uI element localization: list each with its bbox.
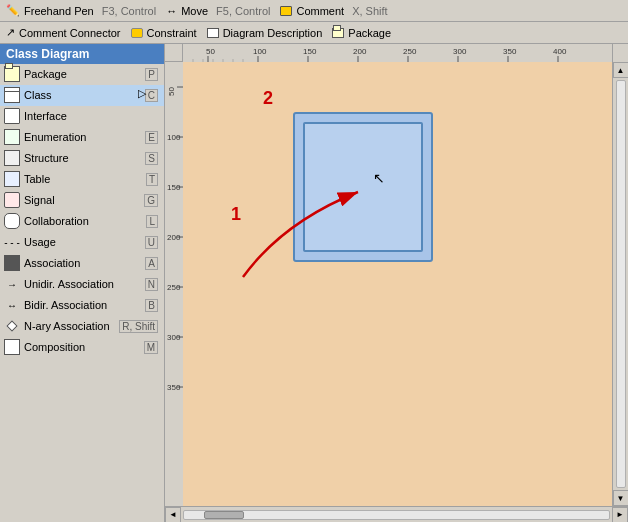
table-icon <box>4 171 20 187</box>
comp-icon <box>4 339 20 355</box>
freehand-label: Freehand Pen <box>24 5 94 17</box>
comment-tool[interactable]: Comment X, Shift <box>276 4 391 18</box>
bidir-label: Bidir. Association <box>24 299 145 311</box>
svg-text:50: 50 <box>167 87 176 96</box>
diagram-desc-label: Diagram Description <box>223 27 323 39</box>
sidebar-item-package[interactable]: Package P <box>0 64 164 85</box>
sidebar-item-unidir[interactable]: → Unidir. Association N <box>0 274 164 295</box>
scroll-left-button[interactable]: ◄ <box>165 507 181 523</box>
assoc-icon <box>4 255 20 271</box>
sidebar-item-class[interactable]: Class C ▷ <box>0 85 164 106</box>
constraint-icon <box>131 28 143 38</box>
sidebar-item-table[interactable]: Table T <box>0 169 164 190</box>
usage-icon: - - - <box>4 234 20 250</box>
main-area: Class Diagram Package P Class C ▷ Interf… <box>0 44 628 522</box>
comp-label: Composition <box>24 341 144 353</box>
top-toolbar: ✏️ Freehand Pen F3, Control ↔ Move F5, C… <box>0 0 628 22</box>
svg-text:200: 200 <box>167 233 181 242</box>
sidebar-item-bidir[interactable]: ↔ Bidir. Association B <box>0 295 164 316</box>
scroll-right-button[interactable]: ► <box>612 507 628 523</box>
svg-text:250: 250 <box>403 47 417 56</box>
constraint-label: Constraint <box>147 27 197 39</box>
freehand-icon: ✏️ <box>6 4 20 17</box>
struct-shortcut: S <box>145 152 158 165</box>
scroll-up-button[interactable]: ▲ <box>613 62 629 78</box>
horizontal-scrollbar: ◄ ► <box>165 506 628 522</box>
interface-label: Interface <box>24 110 160 122</box>
scroll-thumb[interactable] <box>204 511 244 519</box>
constraint-tool[interactable]: Constraint <box>127 26 201 40</box>
sidebar-item-collaboration[interactable]: Collaboration L <box>0 211 164 232</box>
move-icon: ↔ <box>166 5 177 17</box>
freehand-tool[interactable]: ✏️ Freehand Pen F3, Control <box>2 3 160 18</box>
sidebar-item-composition[interactable]: Composition M <box>0 337 164 358</box>
svg-text:100: 100 <box>253 47 267 56</box>
comment-label: Comment <box>296 5 344 17</box>
move-tool[interactable]: ↔ Move F5, Control <box>162 4 274 18</box>
signal-label: Signal <box>24 194 144 206</box>
package-icon <box>4 66 20 82</box>
unidir-label: Unidir. Association <box>24 278 145 290</box>
ruler-v-svg: 50 100 150 200 250 300 350 <box>165 62 183 506</box>
svg-text:250: 250 <box>167 283 181 292</box>
svg-rect-0 <box>183 44 612 62</box>
left-panel: Class Diagram Package P Class C ▷ Interf… <box>0 44 165 522</box>
sidebar-item-interface[interactable]: Interface <box>0 106 164 127</box>
collab-label: Collaboration <box>24 215 146 227</box>
sidebar-item-association[interactable]: Association A <box>0 253 164 274</box>
sidebar-item-nary[interactable]: N-ary Association R, Shift <box>0 316 164 337</box>
package-label: Package <box>24 68 145 80</box>
sidebar-item-usage[interactable]: - - - Usage U <box>0 232 164 253</box>
scroll-down-button[interactable]: ▼ <box>613 490 629 506</box>
sidebar-item-enumeration[interactable]: Enumeration E <box>0 127 164 148</box>
main-canvas[interactable]: 2 1 ↖ <box>183 62 612 506</box>
ruler-corner <box>165 44 183 62</box>
comp-shortcut: M <box>144 341 158 354</box>
ruler-h-svg: 50 100 150 200 250 300 350 400 <box>183 44 612 62</box>
svg-text:150: 150 <box>303 47 317 56</box>
move-shortcut: F5, Control <box>216 5 270 17</box>
ruler-vertical: 50 100 150 200 250 300 350 <box>165 62 183 506</box>
class-label: Class <box>24 89 145 101</box>
svg-text:150: 150 <box>167 183 181 192</box>
class-element[interactable] <box>293 112 433 262</box>
assoc-shortcut: A <box>145 257 158 270</box>
enum-label: Enumeration <box>24 131 145 143</box>
class-icon <box>4 87 20 103</box>
annotation-1: 1 <box>231 204 241 225</box>
svg-text:400: 400 <box>553 47 567 56</box>
table-label: Table <box>24 173 146 185</box>
package-top-icon <box>332 28 344 38</box>
usage-label: Usage <box>24 236 145 248</box>
freehand-shortcut: F3, Control <box>102 5 156 17</box>
ruler-top-container: 50 100 150 200 250 300 350 400 <box>165 44 628 62</box>
svg-text:300: 300 <box>167 333 181 342</box>
section-label: Class Diagram <box>6 47 89 61</box>
canvas-area: 50 100 150 200 250 300 350 400 <box>165 44 628 522</box>
canvas-wrapper: 50 100 150 200 250 300 350 <box>165 62 628 506</box>
diagram-desc-tool[interactable]: Diagram Description <box>203 26 327 40</box>
scroll-track-vertical[interactable] <box>616 80 626 488</box>
sidebar-item-structure[interactable]: Structure S <box>0 148 164 169</box>
nary-shortcut: R, Shift <box>119 320 158 333</box>
svg-text:350: 350 <box>503 47 517 56</box>
vertical-scrollbar: ▲ ▼ <box>612 62 628 506</box>
package-shortcut: P <box>145 68 158 81</box>
svg-text:350: 350 <box>167 383 181 392</box>
enum-shortcut: E <box>145 131 158 144</box>
assoc-label: Association <box>24 257 145 269</box>
svg-text:50: 50 <box>206 47 215 56</box>
package-top-tool[interactable]: Package <box>328 26 395 40</box>
enum-icon <box>4 129 20 145</box>
diagram-desc-icon <box>207 28 219 38</box>
scroll-track-horizontal[interactable] <box>183 510 610 520</box>
class-diagram-header[interactable]: Class Diagram <box>0 44 164 64</box>
bidir-icon: ↔ <box>4 297 20 313</box>
class-element-inner <box>303 122 423 252</box>
signal-shortcut: G <box>144 194 158 207</box>
ruler-corner-right <box>612 44 628 62</box>
svg-text:200: 200 <box>353 47 367 56</box>
sidebar-item-signal[interactable]: Signal G <box>0 190 164 211</box>
usage-shortcut: U <box>145 236 158 249</box>
comment-connector-tool[interactable]: ↗ Comment Connector <box>2 25 125 40</box>
